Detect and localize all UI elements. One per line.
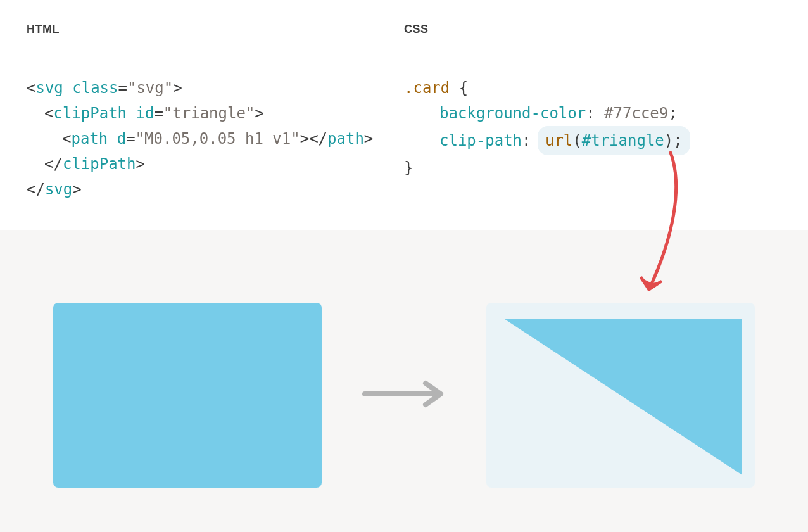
css-heading: CSS [404,23,781,36]
code-line: <svg class="svg"> [27,79,182,97]
card-after-clipped [499,315,742,475]
code-line: background-color: #77cce9; [404,101,678,126]
html-code-block: <svg class="svg"> <clipPath id="triangle… [27,50,404,202]
url-highlight: url(#triangle); [538,126,690,155]
code-line: <clipPath id="triangle"> [27,101,264,126]
css-column: CSS .card { background-color: #77cce9; c… [404,23,781,202]
code-line: <path d="M0.05,0.05 h1 v1"></path> [27,126,373,151]
code-line: </clipPath> [27,151,145,177]
html-column: HTML <svg class="svg"> <clipPath id="tri… [27,23,404,202]
code-line: .card { [404,79,468,97]
code-line: </svg> [27,180,82,198]
transform-arrow-icon [360,378,448,412]
css-code-block: .card { background-color: #77cce9; clip-… [404,50,781,180]
card-after-container [486,303,755,488]
card-before [53,303,322,488]
code-line: } [404,159,413,177]
code-line: clip-path: url(#triangle); [404,126,690,155]
html-heading: HTML [27,23,404,36]
code-section: HTML <svg class="svg"> <clipPath id="tri… [0,0,808,230]
demo-section [0,230,808,532]
